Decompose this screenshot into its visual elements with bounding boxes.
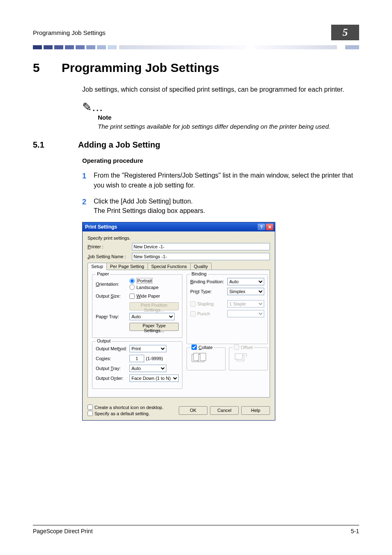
page-footer: PageScope Direct Print 5-1 [33,525,359,534]
print-type-label: Print Type: [190,289,227,294]
note-block: ✎… Note The print settings available for… [82,102,359,131]
svg-rect-10 [345,45,359,49]
output-tray-label: Output Tray: [96,366,129,371]
stapling-checkbox: Stapling [190,301,227,307]
note-text: The print settings available for job set… [98,122,359,131]
offset-icon [233,351,249,365]
footer-right: 5-1 [351,528,359,534]
output-size-label: Output Size: [96,294,129,298]
print-position-settings-button: Print Position Settings... [129,302,179,310]
output-tray-select[interactable]: Auto [129,365,166,372]
collate-icon [190,351,207,365]
ok-button[interactable]: OK [179,406,208,415]
svg-rect-9 [255,45,337,49]
binding-position-label: Binding Position: [190,279,227,284]
job-setting-name-field[interactable] [132,253,270,260]
svg-rect-0 [33,45,42,49]
wide-paper-checkbox[interactable]: Wide Paper [129,294,160,299]
paper-tray-select[interactable]: Auto [129,313,175,320]
offset-group: Offset [229,347,268,370]
tab-special-functions[interactable]: Special Functions [148,263,191,270]
job-setting-name-label: Job Setting Name : [88,254,132,259]
output-order-label: Output Order: [96,376,129,381]
step-2: 2 Click the [Add Job Setting] button. Th… [82,197,359,215]
svg-rect-3 [65,45,74,49]
step-text: Click the [Add Job Setting] button. The … [94,197,359,215]
chapter-heading: 5Programming Job Settings [33,61,359,75]
chapter-title: Programming Job Settings [62,61,219,74]
operating-procedure-subhead: Operating procedure [82,156,359,165]
svg-rect-7 [108,45,117,49]
copies-label: Copies: [96,356,129,361]
tab-setup[interactable]: Setup [88,263,107,270]
stapling-select: 1 Staple [227,300,264,308]
svg-rect-2 [54,45,63,49]
running-head: Programming Job Settings 5 [33,25,359,40]
paper-tray-label: Paper Tray: [96,314,129,319]
cancel-button[interactable]: Cancel [210,406,239,415]
help-icon[interactable]: ? [258,224,265,230]
print-settings-dialog: Print Settings ? ✕ Specify print setting… [82,222,275,421]
running-head-chapnum: 5 [331,25,359,40]
printer-field[interactable] [132,243,270,250]
svg-rect-6 [97,45,106,49]
orientation-label: Orientation: [96,282,129,287]
close-icon[interactable]: ✕ [266,224,273,230]
printer-label: Printer : [88,244,132,249]
footer-left: PageScope Direct Print [33,528,93,534]
running-head-title: Programming Job Settings [33,29,106,36]
step-text: From the "Registered Printers/Job Settin… [94,171,359,190]
svg-rect-14 [200,353,206,361]
tab-quality[interactable]: Quality [190,263,212,270]
output-legend: Output [96,338,112,343]
help-button[interactable]: Help [241,406,270,415]
collate-group: Collate [187,347,226,370]
binding-position-select[interactable]: Auto [227,278,264,285]
binding-legend: Binding [190,271,208,276]
note-label: Note [98,113,359,122]
orientation-portrait-radio[interactable]: Portrait [129,278,152,284]
step-1: 1 From the "Registered Printers/Job Sett… [82,171,359,190]
copies-stepper[interactable] [129,355,144,362]
punch-select [227,310,264,317]
paper-type-settings-button[interactable]: Paper Type Settings... [129,323,179,331]
chapter-number: 5 [33,61,62,75]
paper-group: Paper Orientation: Portrait Landscape [92,274,182,338]
note-icon: ✎… [82,102,359,113]
svg-rect-16 [235,354,242,359]
step-number: 1 [82,171,94,190]
collate-checkbox[interactable]: Collate [190,345,214,350]
dialog-title: Print Settings [85,224,117,230]
output-method-select[interactable]: Print [129,345,166,352]
specify-default-checkbox[interactable]: Specify as a default setting. [88,411,176,416]
tab-per-page-setting[interactable]: Per Page Setting [106,263,148,270]
binding-group: Binding Binding Position: Auto Print Typ… [187,274,268,344]
offset-checkbox: Offset [233,345,254,350]
tabstrip: Setup Per Page Setting Special Functions… [88,263,270,270]
dialog-titlebar[interactable]: Print Settings ? ✕ [83,222,275,231]
step-number: 2 [82,197,94,215]
section-title: Adding a Job Setting [78,140,160,149]
svg-rect-1 [44,45,53,49]
create-shortcut-checkbox[interactable]: Create a shortcut icon on desktop. [88,405,176,410]
output-method-label: Output Method: [96,346,129,351]
header-rule [33,45,359,49]
svg-rect-4 [76,45,85,49]
punch-checkbox: Punch [190,311,227,317]
orientation-landscape-radio[interactable]: Landscape [129,284,159,290]
dialog-header-note: Specify print settings. [88,236,270,240]
svg-rect-5 [86,45,95,49]
section-number: 5.1 [33,140,78,150]
output-group: Output Output Method: Print Copies: [92,341,182,389]
paper-legend: Paper [96,271,110,276]
output-order-select[interactable]: Face Down (1 to N) [129,375,179,382]
print-type-select[interactable]: Simplex [227,288,264,295]
section-heading: 5.1Adding a Job Setting [33,140,359,150]
intro-paragraph: Job settings, which consist of specified… [82,85,359,94]
copies-range: (1-9999) [146,356,163,361]
svg-rect-8 [119,45,247,49]
